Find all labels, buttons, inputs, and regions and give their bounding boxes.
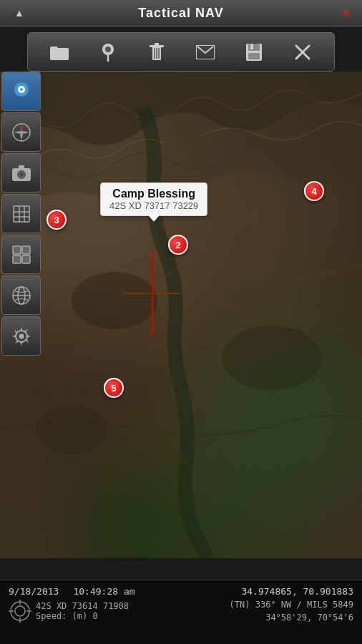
svg-point-24 [20, 131, 23, 134]
sidebar-btn-settings[interactable] [1, 316, 41, 356]
toolbar [27, 32, 335, 72]
map-area[interactable]: Camp Blessing 42S XD 73717 73229 2 3 4 5 [0, 72, 362, 558]
svg-point-45 [15, 606, 25, 616]
map-marker-4[interactable]: 4 [304, 181, 324, 201]
status-bar: 9/18/2013 10:49:28 am 42S XD 73614 71908… [0, 580, 362, 644]
svg-rect-6 [155, 43, 159, 46]
statusbar-right: 34.974865, 70.901883 (TN) 336° NW / MILS… [182, 586, 353, 638]
toolbar-open-button[interactable] [44, 38, 75, 67]
svg-rect-26 [19, 165, 24, 169]
sidebar-btn-location[interactable] [1, 72, 41, 111]
gps-icon-area: 42S XD 73614 71908 Speed: (m) 0 [9, 600, 180, 623]
svg-rect-12 [248, 44, 260, 51]
map-background: Camp Blessing 42S XD 73717 73229 2 3 4 5 [0, 72, 362, 558]
app-header: ▲ Tactical NAV ✳ [0, 0, 362, 26]
tooltip-location-coords: 42S XD 73717 73229 [109, 200, 198, 211]
status-time: 10:49:28 am [73, 586, 134, 597]
status-bearing: (TN) 336° NW / MILS 5849 [230, 600, 353, 610]
app-title: Tactical NAV [138, 6, 223, 21]
svg-rect-13 [250, 44, 253, 49]
status-utm: 42S XD 73614 71908 [36, 601, 129, 611]
toolbar-close-button[interactable] [287, 38, 318, 67]
tooltip-location-name: Camp Blessing [109, 187, 198, 200]
svg-rect-36 [13, 255, 21, 263]
header-sun-icon[interactable]: ✳ [340, 4, 352, 21]
crosshair [124, 250, 181, 336]
toolbar-pin-button[interactable] [92, 38, 124, 67]
svg-rect-35 [22, 246, 30, 254]
toolbar-share-button[interactable] [190, 38, 221, 67]
crosshair-vertical [152, 250, 153, 336]
map-marker-5[interactable]: 5 [104, 378, 124, 398]
svg-point-3 [105, 47, 111, 52]
svg-point-18 [222, 326, 322, 390]
svg-rect-14 [248, 53, 260, 59]
gps-icon [9, 600, 31, 623]
svg-point-19 [36, 404, 107, 454]
statusbar-position: 42S XD 73614 71908 Speed: (m) 0 [36, 601, 129, 621]
svg-point-22 [20, 88, 23, 91]
svg-rect-29 [14, 206, 29, 222]
toolbar-save-button[interactable] [238, 38, 270, 67]
toolbar-delete-button[interactable] [141, 38, 172, 67]
svg-rect-1 [50, 47, 58, 50]
svg-point-28 [19, 172, 23, 176]
statusbar-left: 9/18/2013 10:49:28 am 42S XD 73614 71908… [9, 586, 180, 638]
status-latlon: 34.974865, 70.901883 [241, 586, 353, 597]
map-marker-2[interactable]: 2 [168, 235, 188, 255]
sidebar-btn-compass[interactable] [1, 112, 41, 152]
sidebar-btn-layers[interactable] [1, 235, 41, 274]
status-speed: Speed: (m) 0 [36, 611, 129, 621]
location-tooltip[interactable]: Camp Blessing 42S XD 73717 73229 [100, 182, 207, 216]
sidebar-btn-globe[interactable] [1, 275, 41, 315]
map-marker-3[interactable]: 3 [47, 210, 67, 230]
sidebar [0, 72, 43, 356]
header-up-icon[interactable]: ▲ [14, 7, 24, 19]
status-date: 9/18/2013 [9, 586, 59, 597]
svg-rect-34 [13, 246, 21, 254]
status-dms: 34°58'29, 70°54'6 [265, 613, 353, 623]
sidebar-btn-camera[interactable] [1, 153, 41, 192]
svg-rect-37 [22, 255, 30, 263]
terrain-svg [0, 72, 362, 558]
sidebar-btn-grid[interactable] [1, 194, 41, 233]
